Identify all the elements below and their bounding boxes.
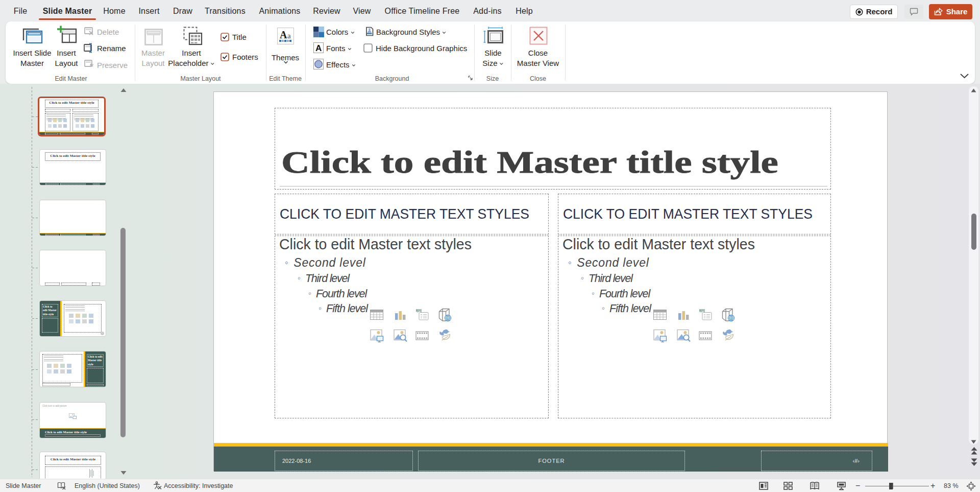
svg-text:a: a <box>287 32 291 40</box>
svg-text:A: A <box>315 43 322 53</box>
svg-text:A: A <box>280 29 287 40</box>
